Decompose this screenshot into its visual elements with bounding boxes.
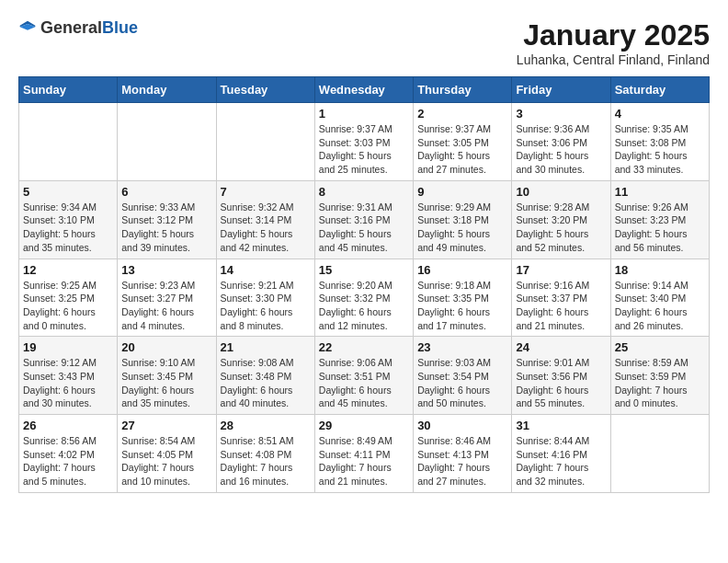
day-number: 23 <box>417 340 507 354</box>
month-title: January 2025 <box>517 18 710 52</box>
day-number: 17 <box>516 263 606 277</box>
calendar-cell: 11Sunrise: 9:26 AMSunset: 3:23 PMDayligh… <box>610 180 709 259</box>
calendar-cell <box>216 103 314 181</box>
calendar-cell: 20Sunrise: 9:10 AMSunset: 3:45 PMDayligh… <box>118 337 216 415</box>
day-info: Sunrise: 9:21 AMSunset: 3:30 PMDaylight:… <box>221 279 311 333</box>
calendar: SundayMondayTuesdayWednesdayThursdayFrid… <box>18 76 710 493</box>
day-info: Sunrise: 9:12 AMSunset: 3:43 PMDaylight:… <box>23 356 113 410</box>
day-info: Sunrise: 9:03 AMSunset: 3:54 PMDaylight:… <box>417 356 507 410</box>
day-number: 6 <box>121 185 211 199</box>
calendar-cell: 25Sunrise: 8:59 AMSunset: 3:59 PMDayligh… <box>610 337 709 415</box>
day-info: Sunrise: 9:37 AMSunset: 3:05 PMDaylight:… <box>417 122 507 177</box>
logo-blue: Blue <box>102 18 138 37</box>
calendar-week-row: 12Sunrise: 9:25 AMSunset: 3:25 PMDayligh… <box>19 259 710 337</box>
day-number: 16 <box>417 263 507 277</box>
day-number: 22 <box>319 340 409 354</box>
day-info: Sunrise: 9:37 AMSunset: 3:03 PMDaylight:… <box>319 122 409 177</box>
day-number: 8 <box>319 185 409 199</box>
calendar-cell: 8Sunrise: 9:31 AMSunset: 3:16 PMDaylight… <box>314 180 413 259</box>
calendar-cell: 22Sunrise: 9:06 AMSunset: 3:51 PMDayligh… <box>314 337 413 415</box>
day-info: Sunrise: 8:59 AMSunset: 3:59 PMDaylight:… <box>615 356 705 410</box>
day-info: Sunrise: 9:06 AMSunset: 3:51 PMDaylight:… <box>319 356 409 410</box>
day-info: Sunrise: 8:44 AMSunset: 4:16 PMDaylight:… <box>516 434 606 488</box>
day-number: 5 <box>23 185 113 199</box>
day-info: Sunrise: 9:33 AMSunset: 3:12 PMDaylight:… <box>121 201 211 255</box>
day-number: 2 <box>417 107 507 121</box>
day-info: Sunrise: 8:49 AMSunset: 4:11 PMDaylight:… <box>319 434 409 488</box>
calendar-cell: 2Sunrise: 9:37 AMSunset: 3:05 PMDaylight… <box>414 103 512 181</box>
day-info: Sunrise: 9:31 AMSunset: 3:16 PMDaylight:… <box>319 201 409 255</box>
calendar-cell <box>610 415 709 493</box>
day-info: Sunrise: 9:25 AMSunset: 3:25 PMDaylight:… <box>23 279 113 333</box>
calendar-cell <box>19 103 118 181</box>
calendar-cell: 3Sunrise: 9:36 AMSunset: 3:06 PMDaylight… <box>512 103 610 181</box>
day-number: 18 <box>615 263 705 277</box>
day-number: 26 <box>23 419 113 432</box>
day-info: Sunrise: 9:23 AMSunset: 3:27 PMDaylight:… <box>121 279 211 333</box>
day-number: 15 <box>319 263 409 277</box>
day-number: 25 <box>615 340 705 354</box>
day-info: Sunrise: 9:20 AMSunset: 3:32 PMDaylight:… <box>319 279 409 333</box>
day-info: Sunrise: 9:34 AMSunset: 3:10 PMDaylight:… <box>23 201 113 255</box>
day-number: 21 <box>221 340 311 354</box>
day-info: Sunrise: 9:14 AMSunset: 3:40 PMDaylight:… <box>615 279 705 333</box>
day-info: Sunrise: 9:35 AMSunset: 3:08 PMDaylight:… <box>615 122 705 177</box>
day-number: 3 <box>516 107 606 121</box>
day-number: 28 <box>221 419 311 432</box>
day-number: 7 <box>221 185 311 199</box>
logo-icon <box>18 19 37 38</box>
logo: GeneralBlue <box>18 18 138 38</box>
calendar-cell: 9Sunrise: 9:29 AMSunset: 3:18 PMDaylight… <box>414 180 512 259</box>
calendar-cell: 13Sunrise: 9:23 AMSunset: 3:27 PMDayligh… <box>118 259 216 337</box>
weekday-header-saturday: Saturday <box>610 77 709 103</box>
day-number: 4 <box>615 107 705 121</box>
day-number: 20 <box>121 340 211 354</box>
calendar-cell: 21Sunrise: 9:08 AMSunset: 3:48 PMDayligh… <box>216 337 314 415</box>
day-info: Sunrise: 9:29 AMSunset: 3:18 PMDaylight:… <box>417 201 507 255</box>
calendar-cell: 28Sunrise: 8:51 AMSunset: 4:08 PMDayligh… <box>216 415 314 493</box>
weekday-header-wednesday: Wednesday <box>314 77 413 103</box>
calendar-week-row: 5Sunrise: 9:34 AMSunset: 3:10 PMDaylight… <box>19 180 710 259</box>
calendar-cell: 19Sunrise: 9:12 AMSunset: 3:43 PMDayligh… <box>19 337 118 415</box>
calendar-week-row: 26Sunrise: 8:56 AMSunset: 4:02 PMDayligh… <box>19 415 710 493</box>
calendar-cell: 14Sunrise: 9:21 AMSunset: 3:30 PMDayligh… <box>216 259 314 337</box>
weekday-header-sunday: Sunday <box>19 77 118 103</box>
calendar-cell: 6Sunrise: 9:33 AMSunset: 3:12 PMDaylight… <box>118 180 216 259</box>
calendar-cell: 31Sunrise: 8:44 AMSunset: 4:16 PMDayligh… <box>512 415 610 493</box>
day-info: Sunrise: 9:28 AMSunset: 3:20 PMDaylight:… <box>516 201 606 255</box>
weekday-header-monday: Monday <box>118 77 216 103</box>
day-number: 31 <box>516 419 606 432</box>
title-area: January 2025 Luhanka, Central Finland, F… <box>517 18 710 67</box>
calendar-cell: 30Sunrise: 8:46 AMSunset: 4:13 PMDayligh… <box>414 415 512 493</box>
calendar-week-row: 1Sunrise: 9:37 AMSunset: 3:03 PMDaylight… <box>19 103 710 181</box>
calendar-week-row: 19Sunrise: 9:12 AMSunset: 3:43 PMDayligh… <box>19 337 710 415</box>
header: GeneralBlue January 2025 Luhanka, Centra… <box>18 18 710 67</box>
day-number: 9 <box>417 185 507 199</box>
calendar-cell <box>118 103 216 181</box>
calendar-cell: 15Sunrise: 9:20 AMSunset: 3:32 PMDayligh… <box>314 259 413 337</box>
day-info: Sunrise: 8:46 AMSunset: 4:13 PMDaylight:… <box>417 434 507 488</box>
weekday-header-row: SundayMondayTuesdayWednesdayThursdayFrid… <box>19 77 710 103</box>
day-number: 12 <box>23 263 113 277</box>
day-info: Sunrise: 8:56 AMSunset: 4:02 PMDaylight:… <box>23 434 113 488</box>
day-number: 30 <box>417 419 507 432</box>
calendar-cell: 1Sunrise: 9:37 AMSunset: 3:03 PMDaylight… <box>314 103 413 181</box>
location-title: Luhanka, Central Finland, Finland <box>517 52 710 67</box>
day-info: Sunrise: 9:36 AMSunset: 3:06 PMDaylight:… <box>516 122 606 177</box>
calendar-cell: 16Sunrise: 9:18 AMSunset: 3:35 PMDayligh… <box>414 259 512 337</box>
calendar-cell: 5Sunrise: 9:34 AMSunset: 3:10 PMDaylight… <box>19 180 118 259</box>
calendar-cell: 7Sunrise: 9:32 AMSunset: 3:14 PMDaylight… <box>216 180 314 259</box>
calendar-cell: 24Sunrise: 9:01 AMSunset: 3:56 PMDayligh… <box>512 337 610 415</box>
calendar-cell: 17Sunrise: 9:16 AMSunset: 3:37 PMDayligh… <box>512 259 610 337</box>
calendar-cell: 27Sunrise: 8:54 AMSunset: 4:05 PMDayligh… <box>118 415 216 493</box>
weekday-header-friday: Friday <box>512 77 610 103</box>
day-number: 27 <box>121 419 211 432</box>
day-number: 29 <box>319 419 409 432</box>
day-info: Sunrise: 8:54 AMSunset: 4:05 PMDaylight:… <box>121 434 211 488</box>
calendar-cell: 18Sunrise: 9:14 AMSunset: 3:40 PMDayligh… <box>610 259 709 337</box>
calendar-cell: 26Sunrise: 8:56 AMSunset: 4:02 PMDayligh… <box>19 415 118 493</box>
calendar-cell: 4Sunrise: 9:35 AMSunset: 3:08 PMDaylight… <box>610 103 709 181</box>
day-info: Sunrise: 9:08 AMSunset: 3:48 PMDaylight:… <box>221 356 311 410</box>
day-info: Sunrise: 9:16 AMSunset: 3:37 PMDaylight:… <box>516 279 606 333</box>
day-number: 24 <box>516 340 606 354</box>
